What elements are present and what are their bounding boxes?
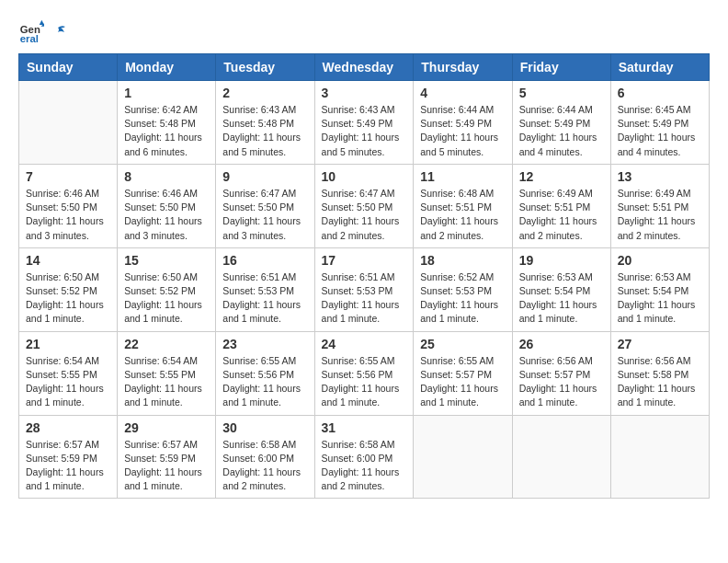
calendar-cell: 4Sunrise: 6:44 AMSunset: 5:49 PMDaylight…	[414, 81, 512, 165]
day-number: 23	[222, 337, 307, 351]
calendar-cell: 6Sunrise: 6:45 AMSunset: 5:49 PMDaylight…	[610, 81, 709, 165]
calendar-header-row: SundayMondayTuesdayWednesdayThursdayFrid…	[19, 54, 710, 81]
day-info: Sunrise: 6:46 AMSunset: 5:50 PMDaylight:…	[26, 187, 110, 243]
calendar-cell	[19, 81, 118, 165]
logo-icon: Gen eral	[18, 18, 44, 44]
day-info: Sunrise: 6:51 AMSunset: 5:53 PMDaylight:…	[322, 270, 407, 327]
day-info: Sunrise: 6:45 AMSunset: 5:49 PMDaylight:…	[618, 103, 702, 159]
calendar-cell: 26Sunrise: 6:56 AMSunset: 5:57 PMDayligh…	[512, 331, 610, 415]
calendar-cell: 12Sunrise: 6:49 AMSunset: 5:51 PMDayligh…	[512, 164, 610, 247]
day-number: 29	[124, 420, 209, 435]
day-number: 15	[124, 253, 209, 268]
calendar-cell	[610, 415, 709, 499]
day-number: 27	[618, 337, 702, 351]
calendar-cell: 23Sunrise: 6:55 AMSunset: 5:56 PMDayligh…	[216, 331, 314, 415]
logo-bird-icon	[49, 24, 67, 42]
day-info: Sunrise: 6:50 AMSunset: 5:52 PMDaylight:…	[26, 270, 110, 327]
day-number: 12	[519, 169, 604, 184]
day-number: 28	[26, 420, 110, 435]
day-number: 3	[322, 86, 407, 100]
day-info: Sunrise: 6:57 AMSunset: 5:59 PMDaylight:…	[124, 438, 209, 494]
calendar-cell: 19Sunrise: 6:53 AMSunset: 5:54 PMDayligh…	[512, 247, 610, 331]
calendar-cell: 27Sunrise: 6:56 AMSunset: 5:58 PMDayligh…	[610, 331, 709, 415]
calendar-cell: 5Sunrise: 6:44 AMSunset: 5:49 PMDaylight…	[512, 81, 610, 165]
day-number: 7	[26, 169, 110, 184]
day-info: Sunrise: 6:58 AMSunset: 6:00 PMDaylight:…	[322, 438, 407, 494]
day-info: Sunrise: 6:46 AMSunset: 5:50 PMDaylight:…	[124, 187, 209, 243]
calendar-week-row: 7Sunrise: 6:46 AMSunset: 5:50 PMDaylight…	[19, 164, 710, 247]
day-info: Sunrise: 6:48 AMSunset: 5:51 PMDaylight:…	[420, 187, 505, 243]
calendar-cell: 31Sunrise: 6:58 AMSunset: 6:00 PMDayligh…	[314, 415, 414, 499]
calendar-header-friday: Friday	[512, 54, 610, 81]
day-number: 10	[322, 169, 407, 184]
calendar-header-saturday: Saturday	[610, 54, 709, 81]
day-number: 9	[222, 169, 307, 184]
calendar-header-thursday: Thursday	[414, 54, 512, 81]
calendar-header-monday: Monday	[118, 54, 216, 81]
calendar-cell: 10Sunrise: 6:47 AMSunset: 5:50 PMDayligh…	[314, 164, 414, 247]
calendar-cell: 11Sunrise: 6:48 AMSunset: 5:51 PMDayligh…	[414, 164, 512, 247]
calendar-cell: 3Sunrise: 6:43 AMSunset: 5:49 PMDaylight…	[314, 81, 414, 165]
calendar-week-row: 21Sunrise: 6:54 AMSunset: 5:55 PMDayligh…	[19, 331, 710, 415]
calendar-cell: 29Sunrise: 6:57 AMSunset: 5:59 PMDayligh…	[118, 415, 216, 499]
day-info: Sunrise: 6:55 AMSunset: 5:56 PMDaylight:…	[222, 354, 307, 410]
calendar-cell: 7Sunrise: 6:46 AMSunset: 5:50 PMDaylight…	[19, 164, 118, 247]
day-info: Sunrise: 6:42 AMSunset: 5:48 PMDaylight:…	[124, 103, 209, 159]
calendar-week-row: 28Sunrise: 6:57 AMSunset: 5:59 PMDayligh…	[19, 415, 710, 499]
day-number: 11	[420, 169, 505, 184]
calendar-cell: 16Sunrise: 6:51 AMSunset: 5:53 PMDayligh…	[216, 247, 314, 331]
calendar-cell: 17Sunrise: 6:51 AMSunset: 5:53 PMDayligh…	[314, 247, 414, 331]
calendar-cell: 24Sunrise: 6:55 AMSunset: 5:56 PMDayligh…	[314, 331, 414, 415]
day-number: 25	[420, 337, 505, 351]
day-info: Sunrise: 6:52 AMSunset: 5:53 PMDaylight:…	[420, 270, 505, 327]
day-number: 14	[26, 253, 110, 268]
logo: Gen eral	[18, 18, 68, 44]
day-info: Sunrise: 6:53 AMSunset: 5:54 PMDaylight:…	[519, 270, 604, 327]
day-number: 19	[519, 253, 604, 268]
day-number: 22	[124, 337, 209, 351]
calendar-cell: 22Sunrise: 6:54 AMSunset: 5:55 PMDayligh…	[118, 331, 216, 415]
calendar-cell: 9Sunrise: 6:47 AMSunset: 5:50 PMDaylight…	[216, 164, 314, 247]
calendar-cell: 15Sunrise: 6:50 AMSunset: 5:52 PMDayligh…	[118, 247, 216, 331]
day-info: Sunrise: 6:55 AMSunset: 5:56 PMDaylight:…	[322, 354, 407, 410]
page-header: Gen eral	[18, 18, 710, 44]
day-number: 20	[618, 253, 702, 268]
day-info: Sunrise: 6:54 AMSunset: 5:55 PMDaylight:…	[124, 354, 209, 410]
day-number: 26	[519, 337, 604, 351]
day-number: 17	[322, 253, 407, 268]
day-info: Sunrise: 6:49 AMSunset: 5:51 PMDaylight:…	[519, 187, 604, 243]
day-number: 1	[124, 86, 209, 100]
day-number: 24	[322, 337, 407, 351]
day-number: 21	[26, 337, 110, 351]
calendar-cell: 2Sunrise: 6:43 AMSunset: 5:48 PMDaylight…	[216, 81, 314, 165]
day-info: Sunrise: 6:49 AMSunset: 5:51 PMDaylight:…	[618, 187, 702, 243]
day-info: Sunrise: 6:47 AMSunset: 5:50 PMDaylight:…	[322, 187, 407, 243]
day-info: Sunrise: 6:53 AMSunset: 5:54 PMDaylight:…	[618, 270, 702, 327]
day-info: Sunrise: 6:54 AMSunset: 5:55 PMDaylight:…	[26, 354, 110, 410]
calendar-table: SundayMondayTuesdayWednesdayThursdayFrid…	[18, 53, 710, 499]
day-info: Sunrise: 6:51 AMSunset: 5:53 PMDaylight:…	[222, 270, 307, 327]
day-info: Sunrise: 6:44 AMSunset: 5:49 PMDaylight:…	[420, 103, 505, 159]
calendar-cell: 20Sunrise: 6:53 AMSunset: 5:54 PMDayligh…	[610, 247, 709, 331]
calendar-cell	[414, 415, 512, 499]
day-info: Sunrise: 6:56 AMSunset: 5:58 PMDaylight:…	[618, 354, 702, 410]
day-number: 5	[519, 86, 604, 100]
day-number: 4	[420, 86, 505, 100]
svg-text:eral: eral	[20, 33, 39, 44]
calendar-week-row: 14Sunrise: 6:50 AMSunset: 5:52 PMDayligh…	[19, 247, 710, 331]
day-info: Sunrise: 6:47 AMSunset: 5:50 PMDaylight:…	[222, 187, 307, 243]
calendar-header-sunday: Sunday	[19, 54, 118, 81]
day-number: 13	[618, 169, 702, 184]
day-info: Sunrise: 6:43 AMSunset: 5:49 PMDaylight:…	[322, 103, 407, 159]
calendar-cell: 25Sunrise: 6:55 AMSunset: 5:57 PMDayligh…	[414, 331, 512, 415]
day-info: Sunrise: 6:44 AMSunset: 5:49 PMDaylight:…	[519, 103, 604, 159]
day-number: 31	[322, 420, 407, 435]
day-number: 6	[618, 86, 702, 100]
day-info: Sunrise: 6:55 AMSunset: 5:57 PMDaylight:…	[420, 354, 505, 410]
day-info: Sunrise: 6:56 AMSunset: 5:57 PMDaylight:…	[519, 354, 604, 410]
calendar-cell	[512, 415, 610, 499]
day-info: Sunrise: 6:43 AMSunset: 5:48 PMDaylight:…	[222, 103, 307, 159]
calendar-header-wednesday: Wednesday	[314, 54, 414, 81]
day-number: 2	[222, 86, 307, 100]
calendar-cell: 13Sunrise: 6:49 AMSunset: 5:51 PMDayligh…	[610, 164, 709, 247]
